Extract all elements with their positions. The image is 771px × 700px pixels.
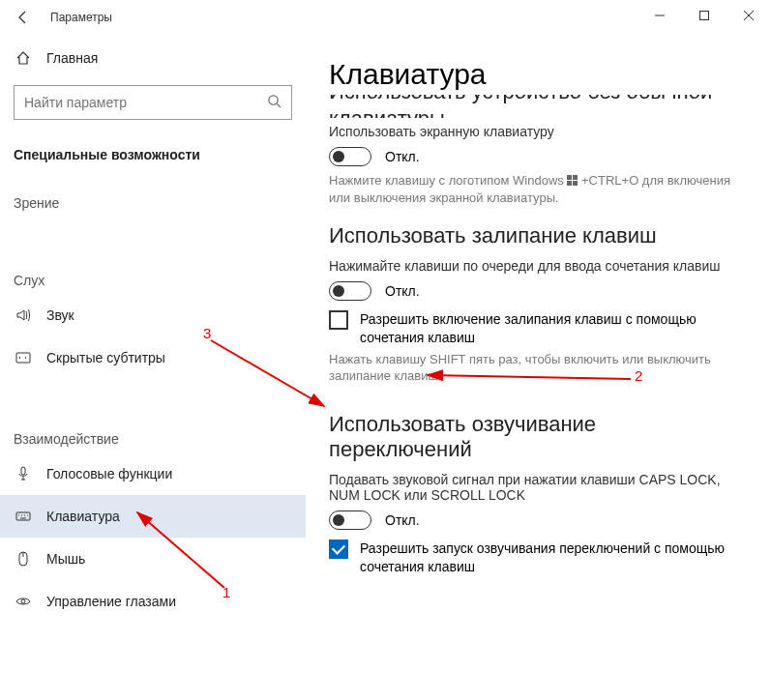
nav-home-label: Главная bbox=[46, 50, 98, 66]
osk-toggle[interactable] bbox=[329, 147, 371, 166]
minimize-button[interactable] bbox=[638, 0, 682, 31]
category-hearing: Слух bbox=[0, 259, 306, 294]
sticky-shortcut-checkbox[interactable] bbox=[329, 310, 348, 330]
nav-keyboard[interactable]: Клавиатура bbox=[0, 495, 306, 538]
sticky-toggle[interactable] bbox=[329, 281, 371, 301]
nav-captions-label: Скрытые субтитры bbox=[46, 350, 165, 365]
nav-audio[interactable]: Звук bbox=[0, 294, 306, 336]
section-osk-heading: Использовать устройство без обычной клав… bbox=[329, 95, 740, 118]
togglekeys-shortcut-label: Разрешить запуск озвучивания переключени… bbox=[360, 540, 740, 576]
back-button[interactable] bbox=[8, 2, 39, 33]
speaker-icon bbox=[14, 307, 33, 323]
svg-rect-6 bbox=[16, 353, 30, 363]
nav-speech[interactable]: Голосовые функции bbox=[0, 452, 306, 495]
page-title: Клавиатура bbox=[329, 58, 740, 91]
togglekeys-label: Подавать звуковой сигнал при нажатии кла… bbox=[329, 472, 740, 503]
svg-line-5 bbox=[277, 103, 281, 107]
nav-audio-label: Звук bbox=[46, 307, 74, 323]
osk-toggle-state: Откл. bbox=[385, 149, 420, 164]
maximize-button[interactable] bbox=[682, 0, 727, 31]
osk-hint: Нажмите клавишу с логотипом Windows +CTR… bbox=[329, 172, 740, 206]
home-icon bbox=[14, 50, 33, 66]
windows-logo-icon bbox=[567, 175, 578, 186]
nav-mouse-label: Мышь bbox=[46, 551, 85, 567]
sticky-toggle-state: Откл. bbox=[385, 283, 420, 299]
nav-mouse[interactable]: Мышь bbox=[0, 538, 306, 580]
search-box[interactable] bbox=[14, 85, 292, 120]
category-interaction: Взаимодействие bbox=[0, 418, 306, 452]
sticky-shortcut-label: Разрешить включение залипания клавиш с п… bbox=[360, 310, 740, 347]
svg-point-4 bbox=[269, 95, 278, 103]
sticky-hint: Нажать клавишу SHIFT пять раз, чтобы вкл… bbox=[329, 351, 740, 385]
nav-home[interactable]: Главная bbox=[0, 39, 306, 77]
osk-label: Использовать экранную клавиатуру bbox=[329, 124, 740, 139]
nav-speech-label: Голосовые функции bbox=[46, 466, 172, 481]
section-sticky-heading: Использовать залипание клавиш bbox=[329, 223, 740, 248]
svg-rect-1 bbox=[700, 12, 709, 20]
togglekeys-shortcut-checkbox[interactable] bbox=[329, 540, 348, 559]
nav-captions[interactable]: Скрытые субтитры bbox=[0, 336, 306, 379]
category-vision: Зрение bbox=[0, 182, 306, 217]
section-togglekeys-heading: Использовать озвучивание переключений bbox=[329, 412, 740, 462]
svg-rect-7 bbox=[21, 467, 25, 475]
close-button[interactable] bbox=[727, 0, 771, 31]
svg-point-11 bbox=[21, 599, 25, 603]
svg-rect-8 bbox=[16, 512, 30, 520]
group-accessibility: Специальные возможности bbox=[0, 133, 306, 168]
mouse-icon bbox=[14, 551, 33, 567]
window-title: Параметры bbox=[50, 11, 112, 24]
microphone-icon bbox=[14, 466, 33, 481]
keyboard-icon bbox=[14, 509, 33, 524]
search-input[interactable] bbox=[24, 95, 267, 110]
nav-keyboard-label: Клавиатура bbox=[46, 509, 120, 524]
eye-icon bbox=[14, 594, 33, 609]
search-icon bbox=[267, 94, 282, 112]
togglekeys-toggle[interactable] bbox=[329, 510, 371, 530]
togglekeys-toggle-state: Откл. bbox=[385, 512, 420, 528]
nav-eye-control[interactable]: Управление глазами bbox=[0, 580, 306, 623]
sticky-label: Нажимайте клавиши по очереди для ввода с… bbox=[329, 258, 740, 274]
captions-icon bbox=[14, 350, 33, 365]
nav-eye-label: Управление глазами bbox=[46, 594, 176, 609]
